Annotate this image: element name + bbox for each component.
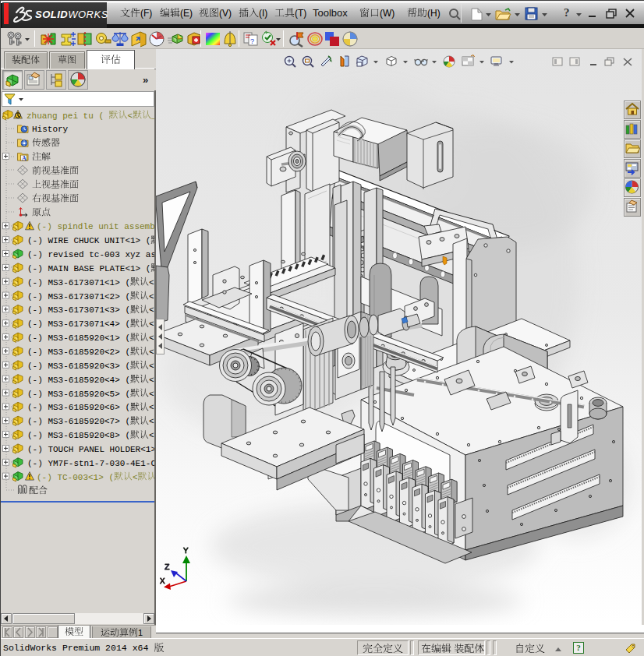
svg-text:(-) MS3-6185920<7> (: (-) MS3-6185920<7> ( [27,417,130,426]
svg-text:(-) MS3-6185920<4> (: (-) MS3-6185920<4> ( [27,376,130,385]
svg-text:<: < [149,333,154,343]
svg-text:<: < [149,278,154,287]
svg-text:<: < [133,473,138,482]
svg-text:zhuang pei tu (: zhuang pei tu ( [27,111,104,121]
svg-text:A: A [22,155,27,162]
svg-text:(-) MS3-6173071<4> (: (-) MS3-6173071<4> ( [27,319,130,329]
svg-text:_: _ [150,111,154,121]
svg-text:?: ? [250,37,254,45]
svg-text:1: 1 [138,628,143,637]
svg-text:(-) TC-003<1> (: (-) TC-003<1> ( [37,473,114,482]
svg-text:X: X [160,577,165,586]
svg-text:(T): (T) [295,8,306,19]
svg-text:(-) revised tc-003 xyz as: (-) revised tc-003 xyz as [27,250,154,259]
svg-text:(-) MS3-6185920<2> (: (-) MS3-6185920<2> ( [27,347,130,357]
svg-text:(-) MS3-6185920<1> (: (-) MS3-6185920<1> ( [27,333,130,343]
svg-text:(F): (F) [140,8,152,19]
svg-text:(E): (E) [180,8,193,19]
svg-text:<: < [149,347,154,357]
svg-text:(-) MS3-6185920<3> (: (-) MS3-6185920<3> ( [27,362,130,371]
svg-text:Y: Y [183,546,189,555]
svg-text:(I): (I) [259,8,267,19]
svg-text:(-) YM7F-stn1-7-030-4E1-C1: (-) YM7F-stn1-7-030-4E1-C1 [27,459,154,468]
svg-text:(-) MS3-6185920<5> (: (-) MS3-6185920<5> ( [27,390,130,399]
svg-text:(-) MS3-6173071<2> (: (-) MS3-6173071<2> ( [27,292,130,302]
svg-text:Z: Z [165,563,170,572]
svg-text:<: < [149,417,154,426]
svg-text:(-) MS3-6185920<6> (: (-) MS3-6185920<6> ( [27,403,130,412]
svg-text:(-) MS3-6173071<3> (: (-) MS3-6173071<3> ( [27,305,130,315]
svg-text:(V): (V) [219,8,232,19]
svg-text:(-) spindle unit assemb: (-) spindle unit assemb [37,222,154,231]
svg-text:(-) MS3-6173071<1> (: (-) MS3-6173071<1> ( [27,278,130,287]
svg-text:(H): (H) [427,8,441,19]
svg-text:(W): (W) [380,8,395,19]
svg-text:<: < [149,376,154,385]
svg-text:<: < [149,292,154,302]
svg-text:<: < [149,403,154,412]
svg-text:<: < [149,390,154,399]
svg-text:(-) TOUCH PANEL HOLDER<1>: (-) TOUCH PANEL HOLDER<1> [27,445,154,454]
svg-text:(-) MAIN BASE PLATE<1> (: (-) MAIN BASE PLATE<1> ( [27,264,150,273]
svg-text:<: < [149,431,154,440]
svg-text:<: < [128,111,133,121]
svg-text:(-) MS3-6185920<8> (: (-) MS3-6185920<8> ( [27,431,130,440]
svg-text:<: < [149,319,154,329]
svg-text:<: < [149,362,154,371]
svg-text:<: < [149,305,154,315]
svg-text:SolidWorks Premium 2014 x64: SolidWorks Premium 2014 x64 [3,643,148,653]
svg-text:History: History [32,125,69,134]
svg-text:(-) WIRE CHUCK UNIT<1> (: (-) WIRE CHUCK UNIT<1> ( [27,236,150,245]
